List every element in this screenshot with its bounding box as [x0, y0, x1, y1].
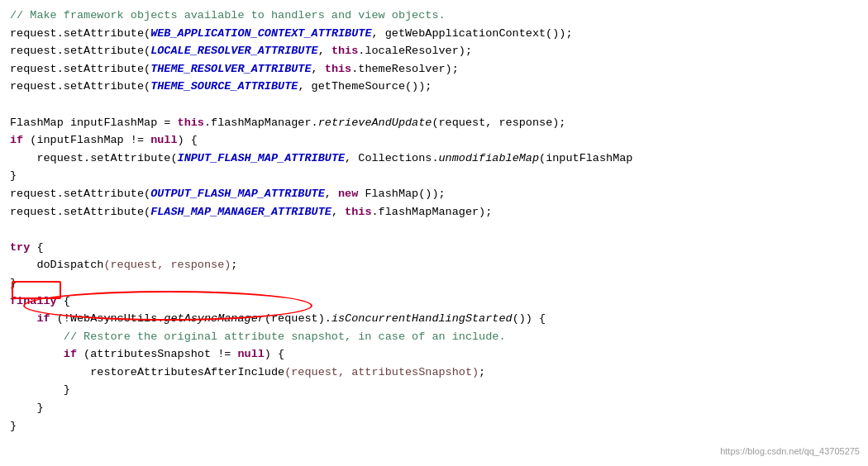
code-line: // Restore the original attribute snapsh… — [10, 328, 858, 346]
code-line: request.setAttribute(LOCALE_RESOLVER_ATT… — [10, 42, 858, 60]
code-line: request.setAttribute(THEME_SOURCE_ATTRIB… — [10, 78, 858, 96]
code-line: if (!WebAsyncUtils.getAsyncManager(reque… — [10, 310, 858, 328]
code-line: } — [10, 381, 858, 399]
code-container: // Make framework objects available to h… — [0, 0, 868, 466]
code-line: } — [10, 167, 858, 185]
code-line: // Make framework objects available to h… — [10, 7, 858, 25]
code-line: request.setAttribute(THEME_RESOLVER_ATTR… — [10, 60, 858, 78]
watermark-text: https://blog.csdn.net/qq_43705275 — [720, 445, 860, 459]
code-line: } — [10, 417, 858, 435]
code-line — [10, 221, 858, 239]
code-line: request.setAttribute(WEB_APPLICATION_CON… — [10, 25, 858, 43]
code-block: // Make framework objects available to h… — [10, 7, 858, 435]
code-line: if (attributesSnapshot != null) { — [10, 345, 858, 364]
code-line: try { — [10, 239, 858, 257]
code-line: doDispatch(request, response); — [10, 256, 858, 274]
code-line: request.setAttribute(FLASH_MAP_MANAGER_A… — [10, 203, 858, 221]
code-line — [10, 96, 858, 114]
code-line: } — [10, 274, 858, 292]
code-line: if (inputFlashMap != null) { — [10, 131, 858, 150]
code-line: restoreAttributesAfterInclude(request, a… — [10, 364, 858, 382]
code-line: request.setAttribute(INPUT_FLASH_MAP_ATT… — [10, 150, 858, 168]
code-line: finally { — [10, 292, 858, 311]
code-line: } — [10, 399, 858, 417]
code-line: request.setAttribute(OUTPUT_FLASH_MAP_AT… — [10, 185, 858, 203]
code-line: FlashMap inputFlashMap = this.flashMapMa… — [10, 114, 858, 132]
